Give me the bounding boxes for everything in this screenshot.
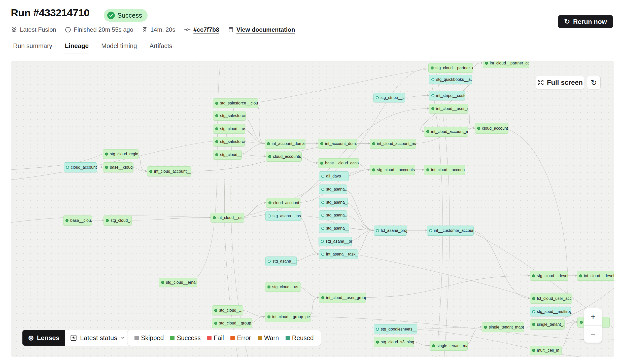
- lineage-node[interactable]: int_stripe__custo…: [429, 91, 465, 100]
- rerun-now-button[interactable]: ↻ Rerun now: [558, 15, 613, 28]
- lineage-node[interactable]: stg_asana__pr…: [319, 237, 352, 246]
- lineage-node[interactable]: stg_salesforce…: [213, 137, 245, 147]
- tab-artifacts[interactable]: Artifacts: [149, 40, 173, 54]
- lineage-node[interactable]: int_cloud__user_ac…: [429, 104, 468, 114]
- lineage-node[interactable]: stg_cloud__accounts…: [370, 165, 415, 175]
- node-label: int_asana__task_s…: [326, 252, 358, 257]
- node-label: single_tenant_…: [537, 322, 565, 327]
- lineage-node[interactable]: int_cloud_account_ma…: [370, 139, 416, 149]
- lineage-node[interactable]: int_cloud__accoun…: [424, 165, 465, 175]
- lenses-button[interactable]: ⊛ Lenses: [22, 330, 65, 346]
- tab-run-summary[interactable]: Run summary: [13, 40, 53, 54]
- lineage-node[interactable]: int_account_domain…: [265, 139, 305, 149]
- lineage-node[interactable]: all_days: [319, 171, 349, 181]
- lineage-node[interactable]: stg_asana__…: [265, 257, 297, 266]
- refresh-graph-button[interactable]: ↻: [587, 76, 601, 89]
- tab-lineage[interactable]: Lineage: [64, 40, 89, 54]
- node-label: int_cloud__accoun…: [431, 168, 465, 172]
- lineage-node[interactable]: int_cloud__group_per…: [265, 312, 310, 322]
- lineage-node[interactable]: cloud_account…: [64, 162, 97, 172]
- lineage-node[interactable]: base__clou…: [63, 215, 92, 226]
- node-label: stg_seed__multireg…: [537, 309, 571, 314]
- lineage-node[interactable]: int_cloud__us…: [211, 213, 244, 223]
- lineage-node[interactable]: stg_cloud__us…: [213, 124, 245, 134]
- lineage-node[interactable]: single_tenant_map…: [430, 341, 468, 351]
- lineage-node[interactable]: base__cloud_…: [103, 162, 133, 172]
- lineage-node[interactable]: int_account_dom…: [318, 139, 357, 149]
- node-label: stg_salesforce_…: [220, 114, 246, 118]
- lineage-node[interactable]: cloud_accounts_…: [266, 152, 302, 162]
- node-success-dot-icon: [485, 62, 488, 65]
- lineage-node[interactable]: int_cloud_account__m…: [147, 166, 191, 176]
- node-success-dot-icon: [477, 127, 480, 130]
- lineage-node[interactable]: stg_cloud__partner_c…: [428, 63, 473, 73]
- lineage-node[interactable]: stg_quickbooks__a…: [429, 75, 472, 84]
- node-success-dot-icon: [105, 166, 108, 169]
- legend-label: Reused: [292, 334, 314, 342]
- lineage-node[interactable]: stg_stripe__c…: [373, 93, 405, 102]
- lenses-control: ⊛ Lenses Latest status: [22, 330, 131, 346]
- lineage-node[interactable]: single_tenant_…: [530, 319, 565, 330]
- lineage-node[interactable]: stg_cloud_s3_singl…: [374, 337, 414, 347]
- lineage-node[interactable]: stg_asana__tas…: [265, 211, 301, 221]
- lineage-node[interactable]: stg_asana__…: [319, 224, 349, 233]
- lineage-edge-sweep: [503, 128, 568, 294]
- lineage-node[interactable]: stg_cloud_region…: [103, 149, 139, 159]
- node-label: stg_cloud_…: [111, 218, 132, 223]
- lineage-node[interactable]: base__cloud_acco…: [318, 158, 359, 168]
- lineage-node[interactable]: stg_asana_…: [319, 198, 348, 207]
- zoom-in-button[interactable]: +: [584, 308, 602, 325]
- node-label: stg_asana__pr…: [326, 239, 352, 244]
- zoom-control: + −: [584, 308, 602, 343]
- meta-item-commit[interactable]: #cc7f7b8: [184, 26, 219, 33]
- lineage-node[interactable]: stg_cloud__us…: [265, 282, 301, 292]
- lineage-node[interactable]: stg_cloud__…: [213, 150, 242, 160]
- node-reused-dot-icon: [532, 310, 535, 313]
- legend-label: Error: [237, 334, 251, 342]
- lineage-node[interactable]: stg_seed__multireg…: [530, 307, 571, 316]
- node-label: stg_cloud__accounts…: [377, 168, 415, 172]
- tab-model-timing[interactable]: Model timing: [101, 40, 137, 54]
- node-success-dot-icon: [431, 107, 434, 110]
- legend-item-reused: Reused: [286, 334, 314, 342]
- legend-label: Warn: [264, 334, 279, 342]
- lineage-node[interactable]: stg_cloud__group…: [212, 318, 252, 328]
- fullscreen-button[interactable]: Full screen: [536, 76, 584, 89]
- lineage-node[interactable]: int_cloud_account_ma…: [424, 127, 468, 137]
- doc-icon: [228, 26, 234, 33]
- lineage-node[interactable]: multi_cell_m…: [530, 346, 562, 355]
- lineage-node[interactable]: cloud_account…: [266, 198, 300, 208]
- run-meta-row: Latest FusionFinished 20m 55s ago14m, 20…: [11, 26, 295, 33]
- lineage-node[interactable]: stg_cloud__email…: [159, 278, 197, 287]
- lineage-node[interactable]: stg_cloud_…: [103, 215, 132, 226]
- lineage-node[interactable]: stg_salesforce__cloud_…: [213, 98, 258, 108]
- node-success-dot-icon: [161, 281, 164, 284]
- lineage-node[interactable]: stg_cloud__devel…: [530, 271, 568, 281]
- lens-selector[interactable]: Latest status: [65, 330, 130, 346]
- lineage-node[interactable]: int_cloud__user_group…: [319, 293, 366, 303]
- lineage-node[interactable]: fct_asana_proj…: [374, 226, 407, 236]
- lineage-node[interactable]: stg_asana…: [319, 185, 347, 194]
- lineage-node[interactable]: int_cloud__partner_con…: [483, 61, 529, 68]
- node-label: base__clou…: [70, 218, 92, 223]
- lineage-canvas[interactable]: stg_cloud__partner_c…int_cloud__partner_…: [11, 61, 614, 357]
- node-success-dot-icon: [149, 170, 152, 173]
- node-label: int_cloud__us…: [218, 215, 244, 220]
- zoom-out-button[interactable]: −: [584, 325, 602, 343]
- lineage-node[interactable]: stg_asana…: [319, 210, 347, 220]
- node-success-dot-icon: [532, 323, 535, 326]
- node-label: stg_cloud__us…: [272, 285, 301, 289]
- lineage-node[interactable]: cloud_account…: [475, 123, 508, 134]
- lineage-node[interactable]: single_tenant_mapp…: [482, 322, 524, 332]
- lineage-node[interactable]: stg_cloud_…: [212, 305, 243, 315]
- lineage-node[interactable]: int_cloud__devel…: [577, 271, 614, 281]
- lineage-node[interactable]: int_asana__task_s…: [319, 249, 358, 259]
- meta-item-doc[interactable]: View documentation: [228, 26, 295, 33]
- lineage-node[interactable]: stg_googlesheets__sin…: [374, 324, 417, 334]
- legend-label: Success: [177, 334, 200, 342]
- lineage-node[interactable]: fct_cloud_user_acc…: [530, 294, 572, 304]
- meta-item-label: 14m, 20s: [150, 26, 175, 33]
- lineage-node[interactable]: int__customer_account…: [427, 226, 474, 236]
- node-success-dot-icon: [532, 274, 535, 277]
- lineage-node[interactable]: stg_salesforce_…: [213, 111, 246, 121]
